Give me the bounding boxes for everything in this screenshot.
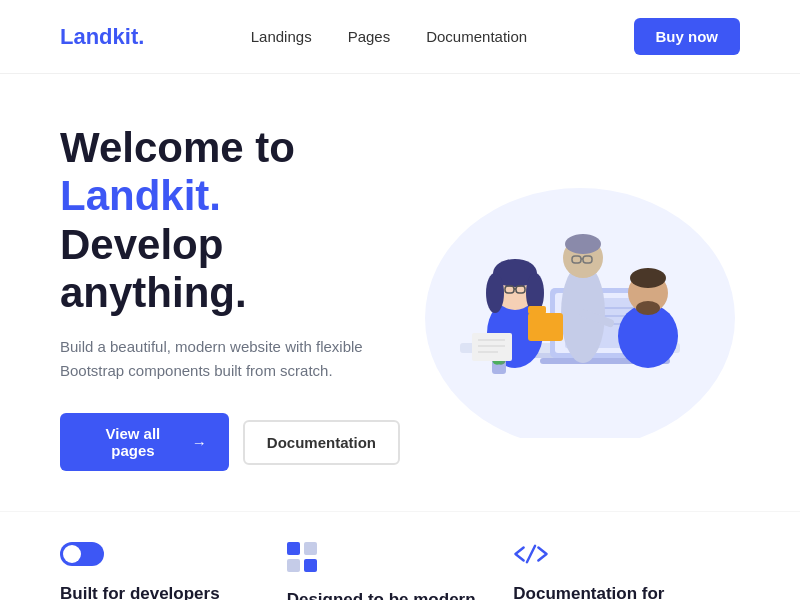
nav-link-landings[interactable]: Landings [251,28,312,45]
code-icon [513,542,710,570]
svg-rect-34 [528,306,546,314]
buy-now-button[interactable]: Buy now [634,18,741,55]
features-section: Built for developers Landkit is built to… [0,511,800,600]
svg-rect-35 [472,333,512,361]
hero-description: Build a beautiful, modern website with f… [60,335,400,383]
hero-buttons: View all pages → Documentation [60,413,400,471]
svg-point-13 [486,273,504,313]
svg-line-46 [527,546,535,562]
feature-title-modern: Designed to be modern [287,590,484,600]
svg-rect-44 [287,559,300,572]
feature-developers: Built for developers Landkit is built to… [60,542,287,600]
logo: Landkit. [60,24,144,50]
feature-modern: Designed to be modern Designed with the … [287,542,514,600]
grid-icon [287,542,484,576]
hero-illustration [400,158,740,438]
svg-rect-33 [528,313,563,341]
svg-rect-45 [304,559,317,572]
hero-content: Welcome to Landkit. Develop anything. Bu… [60,124,400,471]
svg-point-21 [636,301,660,315]
svg-point-24 [565,234,601,254]
arrow-right-icon: → [192,434,207,451]
svg-rect-41 [60,555,104,566]
nav-links: Landings Pages Documentation [251,28,527,45]
toggle-icon [60,542,257,570]
feature-title-developers: Built for developers [60,584,257,600]
view-all-pages-button[interactable]: View all pages → [60,413,229,471]
navbar: Landkit. Landings Pages Documentation Bu… [0,0,800,74]
documentation-button[interactable]: Documentation [243,420,400,465]
hero-title: Welcome to Landkit. Develop anything. [60,124,400,317]
svg-rect-42 [287,542,300,555]
hero-section: Welcome to Landkit. Develop anything. Bu… [0,74,800,511]
svg-rect-43 [304,542,317,555]
feature-documentation: Documentation for everything We've writt… [513,542,740,600]
nav-link-pages[interactable]: Pages [348,28,391,45]
svg-point-20 [630,268,666,288]
feature-title-documentation: Documentation for everything [513,584,710,600]
nav-link-documentation[interactable]: Documentation [426,28,527,45]
